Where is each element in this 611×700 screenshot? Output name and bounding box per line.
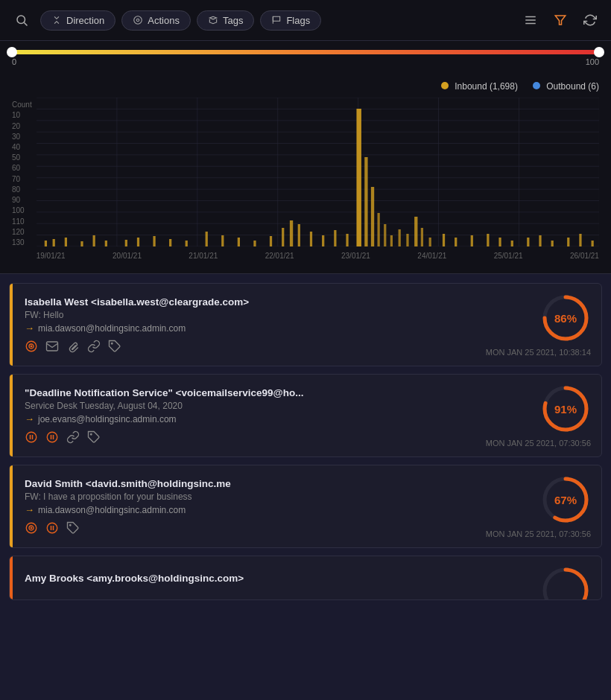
inbound-legend: Inbound (1,698)	[441, 81, 518, 92]
email-card[interactable]: Isabella West <isabella.west@cleargrade.…	[9, 283, 602, 366]
score-text: 91%	[554, 403, 577, 416]
svg-rect-87	[51, 435, 52, 439]
chart-legend: Inbound (1,698) Outbound (6)	[12, 81, 599, 92]
filter-icon[interactable]	[548, 8, 572, 32]
score-circle: 86%	[540, 293, 591, 343]
range-track[interactable]	[12, 50, 599, 54]
svg-point-83	[26, 432, 37, 442]
svg-rect-52	[346, 234, 348, 246]
svg-rect-68	[498, 238, 501, 246]
svg-rect-73	[567, 238, 569, 246]
svg-rect-67	[487, 234, 489, 246]
svg-rect-41	[205, 232, 207, 246]
svg-point-89	[91, 434, 92, 436]
range-handle-left[interactable]	[7, 47, 17, 57]
svg-rect-64	[443, 234, 445, 246]
tag-icon[interactable]	[87, 430, 101, 444]
svg-rect-32	[64, 238, 66, 246]
svg-rect-45	[270, 236, 272, 246]
card-subject: Service Desk Tuesday, August 04, 2020	[25, 401, 477, 411]
card-subject: FW: Hello	[25, 310, 477, 320]
svg-rect-84	[30, 435, 31, 439]
actions-filter[interactable]: Actions	[121, 10, 191, 31]
search-button[interactable]	[9, 7, 34, 33]
x-axis: 19/01/2100:00 20/01/2100:00 21/01/2100:0…	[37, 251, 599, 261]
tag-icon[interactable]	[108, 340, 121, 353]
range-handle-right[interactable]	[594, 47, 604, 57]
svg-point-2	[134, 16, 142, 25]
svg-rect-42	[221, 235, 224, 246]
tags-filter[interactable]: Tags	[197, 10, 254, 31]
card-timestamp: MON JAN 25 2021, 10:38:14	[486, 348, 591, 357]
target-icon[interactable]	[25, 521, 38, 535]
svg-rect-74	[579, 234, 581, 246]
svg-rect-40	[185, 241, 187, 246]
email-card[interactable]: "Deadline Notification Service" <voicema…	[9, 374, 602, 457]
link-icon[interactable]	[87, 340, 101, 353]
svg-rect-79	[47, 342, 58, 351]
card-right	[540, 565, 591, 591]
target-icon[interactable]	[25, 340, 38, 353]
outbound-dot	[533, 82, 540, 89]
score-circle: 67%	[540, 474, 591, 525]
card-accent-bar	[10, 556, 13, 599]
svg-rect-47	[290, 220, 293, 246]
flags-filter[interactable]: Flags	[260, 10, 321, 31]
card-right: 91% MON JAN 25 2021, 07:30:56	[486, 384, 591, 448]
svg-rect-69	[510, 241, 513, 246]
target-pause-icon[interactable]	[25, 430, 38, 444]
svg-rect-97	[53, 526, 54, 530]
svg-line-1	[24, 22, 27, 25]
card-content: "Deadline Notification Service" <voicema…	[20, 387, 477, 444]
pause-circle-icon[interactable]	[45, 521, 59, 535]
svg-point-80	[112, 343, 113, 345]
refresh-icon[interactable]	[578, 8, 602, 32]
inbound-dot	[441, 82, 449, 89]
chart-svg	[37, 98, 599, 246]
card-content: Amy Brooks <amy.brooks@holdingsinc.com>	[20, 573, 531, 584]
card-subject: FW: I have a proposition for your busine…	[25, 491, 477, 502]
svg-rect-57	[384, 224, 386, 246]
svg-rect-35	[104, 241, 107, 246]
svg-rect-61	[414, 217, 417, 246]
svg-point-86	[47, 432, 57, 442]
svg-rect-51	[334, 230, 336, 246]
cards-section: Isabella West <isabella.west@cleargrade.…	[0, 274, 611, 609]
menu-icon[interactable]	[519, 8, 542, 32]
svg-rect-53	[356, 109, 361, 246]
svg-rect-65	[455, 238, 457, 246]
svg-rect-71	[539, 235, 541, 246]
direction-filter[interactable]: Direction	[40, 10, 115, 31]
card-content: David Smith <david.smith@holdingsinc.me …	[20, 478, 477, 535]
svg-rect-36	[124, 240, 127, 246]
link-icon[interactable]	[66, 430, 80, 444]
card-content: Isabella West <isabella.west@cleargrade.…	[20, 296, 477, 353]
tag-icon[interactable]	[66, 521, 80, 535]
svg-rect-38	[153, 236, 155, 246]
card-right: 67% MON JAN 25 2021, 07:30:56	[486, 474, 591, 538]
svg-rect-60	[406, 234, 408, 246]
card-right: 86% MON JAN 25 2021, 10:38:14	[486, 293, 591, 357]
svg-rect-33	[80, 241, 83, 246]
svg-rect-37	[137, 238, 139, 246]
score-circle: 91%	[540, 384, 591, 434]
mail-icon[interactable]	[45, 340, 59, 353]
svg-rect-96	[51, 526, 52, 530]
pause-icon[interactable]	[45, 430, 59, 444]
card-timestamp: MON JAN 25 2021, 07:30:56	[486, 439, 591, 448]
y-axis: 130 120 110 100 90 80 70 60 50 40 30 20 …	[12, 98, 32, 261]
svg-point-0	[17, 16, 25, 24]
svg-rect-54	[364, 157, 367, 246]
svg-rect-56	[377, 213, 379, 246]
attachment-icon[interactable]	[66, 340, 80, 353]
svg-rect-34	[92, 235, 95, 246]
svg-rect-85	[32, 435, 34, 439]
card-timestamp: MON JAN 25 2021, 07:30:56	[486, 529, 591, 538]
svg-rect-62	[420, 228, 422, 246]
svg-rect-58	[390, 235, 392, 246]
svg-rect-66	[470, 235, 472, 246]
email-card[interactable]: David Smith <david.smith@holdingsinc.me …	[9, 465, 602, 548]
svg-rect-49	[310, 232, 312, 246]
top-bar: Direction Actions Tags Flags	[0, 0, 611, 41]
email-card[interactable]: Amy Brooks <amy.brooks@holdingsinc.com>	[9, 556, 602, 600]
